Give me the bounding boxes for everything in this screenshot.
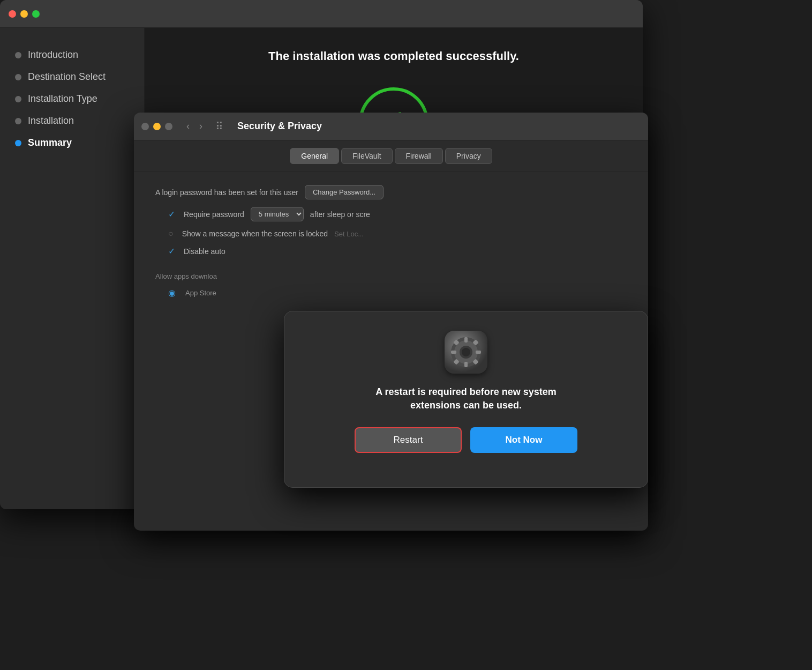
- svg-rect-4: [451, 351, 456, 354]
- require-password-row: ✓ Require password 5 minutes after sleep…: [155, 207, 627, 221]
- change-password-button[interactable]: Change Password...: [305, 185, 384, 199]
- security-minimize-button[interactable]: [153, 123, 161, 130]
- restart-message: A restart is required before new system …: [359, 385, 573, 412]
- grid-icon[interactable]: ⠿: [215, 120, 223, 133]
- step-dot-destination: [15, 74, 21, 80]
- svg-rect-3: [464, 362, 468, 367]
- installer-titlebar: [0, 0, 643, 28]
- tab-filevault[interactable]: FileVault: [341, 148, 392, 164]
- app-store-row: ◉ App Store: [155, 288, 627, 298]
- sidebar-item-destination-select[interactable]: Destination Select: [11, 66, 133, 88]
- tab-privacy[interactable]: Privacy: [445, 148, 492, 164]
- dialog-buttons: Restart Not Now: [306, 427, 626, 453]
- back-arrow-icon[interactable]: ‹: [183, 120, 193, 133]
- step-label-introduction: Introduction: [28, 49, 78, 61]
- security-titlebar: ‹ › ⠿ Security & Privacy: [134, 113, 648, 140]
- disable-auto-row: ✓ Disable auto: [155, 246, 627, 256]
- security-window-title: Security & Privacy: [237, 121, 322, 132]
- sidebar-item-installation[interactable]: Installation: [11, 110, 133, 132]
- step-dot-installation-type: [15, 96, 21, 102]
- step-label-summary: Summary: [28, 137, 72, 148]
- sidebar-item-introduction[interactable]: Introduction: [11, 44, 133, 66]
- installer-traffic-lights: [9, 10, 40, 18]
- allow-apps-section: Allow apps downloa ◉ App Store: [155, 272, 627, 298]
- allow-apps-row: Allow apps downloa: [155, 272, 627, 280]
- app-store-text: App Store: [185, 289, 216, 297]
- step-dot-introduction: [15, 52, 21, 58]
- minutes-dropdown[interactable]: 5 minutes: [251, 207, 304, 221]
- require-password-text: Require password: [184, 210, 244, 219]
- step-label-destination: Destination Select: [28, 71, 106, 83]
- show-message-checkbox-icon[interactable]: ○: [168, 229, 174, 239]
- forward-arrow-icon[interactable]: ›: [196, 120, 206, 133]
- disable-auto-text: Disable auto: [184, 247, 225, 256]
- svg-rect-5: [476, 351, 481, 354]
- step-dot-installation: [15, 118, 21, 124]
- restart-button[interactable]: Restart: [355, 427, 462, 453]
- require-password-checkbox-icon[interactable]: ✓: [168, 209, 175, 219]
- security-maximize-button[interactable]: [165, 123, 172, 130]
- show-message-text: Show a message when the screen is locked: [182, 229, 328, 238]
- installer-minimize-button[interactable]: [20, 10, 28, 18]
- installer-maximize-button[interactable]: [32, 10, 40, 18]
- sidebar-item-installation-type[interactable]: Installation Type: [11, 88, 133, 110]
- security-tabs: General FileVault Firewall Privacy: [134, 140, 648, 172]
- sidebar-item-summary[interactable]: Summary: [11, 132, 133, 154]
- svg-point-11: [462, 348, 470, 356]
- tab-general[interactable]: General: [290, 148, 339, 164]
- svg-rect-2: [464, 337, 468, 343]
- login-password-row: A login password has been set for this u…: [155, 185, 627, 199]
- set-lock-text: Set Loc...: [334, 230, 364, 238]
- app-store-radio-icon[interactable]: ◉: [168, 288, 176, 298]
- step-dot-summary: [15, 140, 21, 146]
- not-now-button[interactable]: Not Now: [470, 427, 577, 453]
- nav-arrows: ‹ ›: [183, 120, 206, 133]
- allow-apps-text: Allow apps downloa: [155, 272, 228, 280]
- security-close-button[interactable]: [141, 123, 149, 130]
- after-sleep-text: after sleep or scre: [310, 210, 370, 219]
- gear-svg-icon: [449, 335, 483, 369]
- security-body: A login password has been set for this u…: [134, 172, 648, 318]
- restart-dialog: A restart is required before new system …: [284, 311, 648, 488]
- installer-sidebar: Introduction Destination Select Installa…: [0, 28, 145, 509]
- step-label-installation: Installation: [28, 115, 74, 126]
- login-password-text: A login password has been set for this u…: [155, 188, 298, 197]
- security-traffic-lights: [141, 123, 172, 130]
- tab-firewall[interactable]: Firewall: [395, 148, 443, 164]
- installer-close-button[interactable]: [9, 10, 16, 18]
- show-message-row: ○ Show a message when the screen is lock…: [155, 229, 627, 239]
- success-title: The installation was completed successfu…: [268, 49, 519, 63]
- disable-auto-checkbox-icon[interactable]: ✓: [168, 246, 175, 256]
- system-preferences-icon: [445, 331, 487, 374]
- step-label-installation-type: Installation Type: [28, 93, 97, 105]
